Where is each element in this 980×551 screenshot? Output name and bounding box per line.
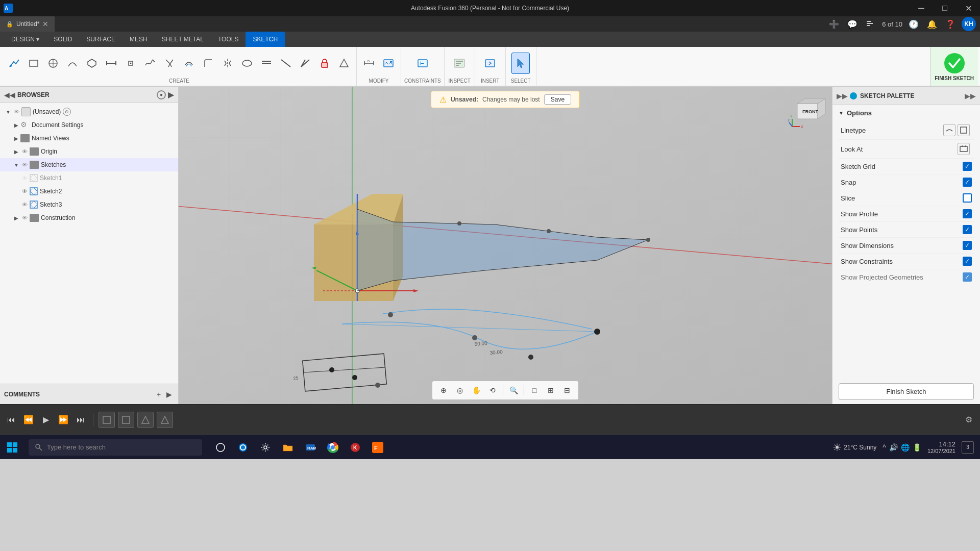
timeline-item-3[interactable] [137,412,154,428]
start-button[interactable] [0,435,24,460]
dimension-tool[interactable]: D [360,53,378,74]
comments-expand-button[interactable]: ▶ [164,389,174,399]
explorer-icon[interactable] [278,435,298,460]
control-point[interactable] [388,312,393,317]
settings-icon[interactable] [255,435,276,460]
slice-checkbox[interactable] [963,193,972,203]
tree-item-doc-settings[interactable]: ▶ ⚙ Document Settings [0,118,178,132]
timeline-last-button[interactable]: ⏭ [74,413,88,427]
select-tool[interactable] [511,53,530,74]
show-constraints-checkbox[interactable] [963,257,972,266]
ram-icon[interactable]: RAM [300,435,321,460]
search-bar[interactable]: Type here to search [29,439,202,456]
perpendicular-tool[interactable] [296,53,314,74]
snap-checkbox[interactable] [963,178,972,187]
hline-tool[interactable] [102,53,120,74]
mirror-tool[interactable] [218,53,237,74]
browser-collapse-icon[interactable]: ◀◀ [4,91,15,99]
user-avatar[interactable]: KH [962,17,976,31]
zoom-button[interactable]: 🔍 [506,383,521,397]
timeline-item-4[interactable] [157,412,173,428]
save-button[interactable]: Save [544,94,571,105]
linetype-square-icon[interactable] [958,124,970,136]
show-hidden-icons[interactable]: ^ [883,443,886,452]
network-icon[interactable]: 🌐 [901,443,910,452]
palette-expand-right[interactable]: ▶▶ [965,92,976,100]
grid-button[interactable]: ⊞ [544,383,558,397]
timeline-first-button[interactable]: ⏮ [4,413,18,427]
eye-icon[interactable]: 👁 [12,108,20,116]
cortana-icon[interactable] [233,435,253,460]
sketch-viewport[interactable]: 50.00 30.00 25 15 8 [179,87,832,404]
tree-item-sketches[interactable]: ▼ 👁 Sketches [0,158,178,171]
tab-solid[interactable]: SOLID [46,32,79,47]
browser-expand-button[interactable]: ▶ [168,90,174,99]
timeline-settings-button[interactable]: ⚙ [962,413,976,427]
lock-tool[interactable] [315,53,334,74]
close-button[interactable]: ✕ [957,0,980,16]
arc-tool[interactable] [63,53,82,74]
new-tab-button[interactable]: ➕ [827,17,841,31]
notifications-icon[interactable]: 🔔 [925,17,939,31]
tab-surface[interactable]: SURFACE [79,32,122,47]
chrome-icon[interactable] [323,435,343,460]
system-clock[interactable]: 14:12 12/07/2021 [927,440,955,454]
fit-view-button[interactable]: ⊕ [436,383,451,397]
control-point[interactable] [472,335,477,340]
trim-tool[interactable] [160,53,179,74]
settings-icon[interactable]: ⊙ [63,108,71,116]
battery-icon[interactable]: 🔋 [913,443,921,452]
coincident-tool[interactable] [257,53,276,74]
weather-widget[interactable]: ☀ 21°C Sunny [832,441,876,454]
show-points-checkbox[interactable] [963,225,972,234]
linetype-line-icon[interactable] [943,124,955,136]
timeline-item-1[interactable] [99,412,115,428]
tree-item-sketch2[interactable]: 👁 Sketch2 [0,185,178,198]
minimize-button[interactable]: ─ [910,0,933,16]
control-point[interactable] [594,329,600,335]
sketch-fillet-tool[interactable] [199,53,217,74]
notification-button[interactable]: 3 [962,441,974,454]
tree-item-sketch3[interactable]: 👁 Sketch3 [0,198,178,211]
inspect-tool[interactable] [450,53,469,74]
viewport[interactable]: ⚠ Unsaved: Changes may be lost Save [179,87,832,404]
tree-item-origin[interactable]: ▶ 👁 Origin [0,145,178,158]
insert-tool[interactable] [481,53,499,74]
pan-button[interactable]: ✋ [469,383,483,397]
eye-icon[interactable]: 👁 [20,214,29,222]
tree-item-construction[interactable]: ▶ 👁 Construction [0,211,178,224]
show-profile-checkbox[interactable] [963,209,972,218]
chat-button[interactable]: 💬 [845,17,860,31]
ellipse-tool[interactable] [238,53,256,74]
control-point[interactable] [329,367,334,372]
circle-tool[interactable] [44,53,62,74]
point-tool[interactable] [121,53,140,74]
app2-icon[interactable]: K [345,435,365,460]
wireframe-button[interactable]: □ [527,383,542,397]
tab-sketch[interactable]: SKETCH [246,32,285,47]
offset-tool[interactable] [180,53,198,74]
image-insert-tool[interactable] [379,53,398,74]
tab-design[interactable]: DESIGN ▾ [4,32,46,47]
timeline-item-2[interactable] [118,412,134,428]
eye-icon[interactable]: 👁 [20,161,29,169]
palette-collapse-left[interactable]: ▶▶ [837,92,848,100]
polygon-tool[interactable] [83,53,101,74]
tab-tools[interactable]: TOOLS [211,32,246,47]
sketch-grid-checkbox[interactable] [963,162,972,171]
orbit-button[interactable]: ◎ [453,383,467,397]
tab-sheet-metal[interactable]: SHEET METAL [155,32,211,47]
timeline-play-button[interactable]: ▶ [39,413,53,427]
comments-add-button[interactable]: + [154,389,164,399]
show-dimensions-checkbox[interactable] [963,241,972,250]
control-point[interactable] [528,355,533,360]
eye-icon[interactable]: 👁 [20,201,29,209]
tree-item-unsaved[interactable]: ▼ 👁 (Unsaved) ⊙ [0,105,178,118]
look-at-icon-button[interactable] [958,143,970,155]
tab-mesh[interactable]: MESH [122,32,155,47]
control-point[interactable] [352,375,357,380]
maximize-button[interactable]: □ [933,0,957,16]
eye-icon[interactable]: 👁 [20,147,29,156]
clock-icon[interactable]: 🕐 [906,17,921,31]
view-cube[interactable]: FRONT X Y Z [787,91,828,132]
